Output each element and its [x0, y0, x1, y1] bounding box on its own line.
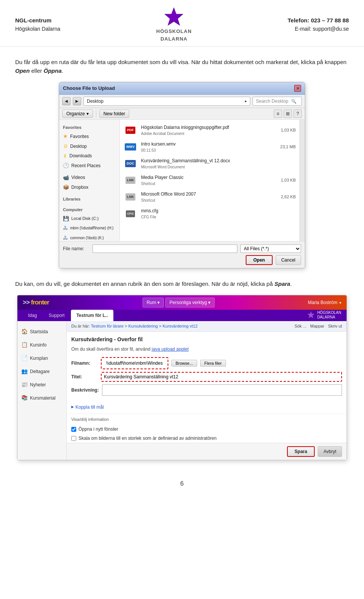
file-item[interactable]: DOC Kursvärdering_Sammanställning_vt 12.… [120, 155, 300, 172]
fronter-topbar: >> fronter Rum ▾ Personliga verktyg ▾ Ma… [17, 295, 347, 310]
videos-icon: 📹 [63, 174, 69, 182]
organize-arrow-icon: ▾ [86, 111, 89, 116]
breadcrumb-link-kursvardering[interactable]: Kursvärdering vt12 [163, 324, 198, 328]
file-info: Microsoft Office Word 2007 Shortcut [141, 191, 269, 203]
form-description-row: Beskrivning: [71, 384, 342, 396]
breadcrumb-mappar[interactable]: Mappar [310, 323, 324, 329]
view-btn-2[interactable]: ⊞ [284, 110, 292, 118]
search-box[interactable]: Search Desktop 🔍 [253, 97, 302, 106]
view-btn-1[interactable]: ≡ [274, 110, 282, 118]
school-star-icon [307, 311, 315, 319]
breadcrumb-sok[interactable]: Sök ... [295, 323, 306, 329]
file-item[interactable]: LNK Microsoft Office Word 2007 Shortcut … [120, 189, 300, 205]
browse-button[interactable]: Browse... [171, 360, 197, 367]
fronter-left-sidebar: 🏠 Startsida 📋 Kursinfo 📄 Kursplan 👥 Delt… [17, 321, 67, 460]
organize-button[interactable]: Organize ▾ [62, 110, 93, 118]
help-btn[interactable]: ? [293, 110, 302, 118]
rum-button[interactable]: Rum ▾ [143, 298, 164, 307]
new-folder-button[interactable]: New folder [99, 110, 129, 118]
scrollbar[interactable] [300, 120, 305, 241]
dialog-title: Choose File to Upload [63, 85, 115, 92]
startsida-icon: 🏠 [21, 328, 28, 336]
filename-field[interactable] [104, 359, 165, 367]
address-location[interactable]: Desktop ▸ [83, 97, 250, 106]
tab-testrum[interactable]: Testrum för L.. [71, 310, 113, 321]
fronter-logo: >> fronter [23, 298, 49, 307]
sidebar-item-videos[interactable]: 📹 Videos [59, 173, 119, 183]
back-button[interactable]: ◀ [62, 97, 71, 105]
flera-filer-button[interactable]: Flera filer [200, 360, 226, 367]
file-item[interactable]: CFG mms.cfg CFG File [120, 205, 300, 222]
file-item[interactable]: LNK Media Player Classic Shortcut 1,03 K… [120, 172, 300, 189]
sidebar-item-common[interactable]: 🖧 common (\\bob) (K:) [59, 233, 119, 241]
breadcrumb-skrivut[interactable]: Skriv ut [328, 323, 342, 329]
fronter-action-bar: Spara Avbryt [67, 443, 347, 460]
svg-marker-1 [307, 311, 314, 318]
avbryt-button[interactable]: Avbryt [318, 446, 342, 457]
recent-places-icon: 🕐 [63, 162, 69, 169]
nyheter-icon: 📰 [21, 381, 28, 389]
org-name: NGL-centrum [15, 16, 60, 25]
java-upload-link[interactable]: java upload applet [152, 347, 188, 352]
spara-button[interactable]: Spara [287, 446, 315, 457]
dialog-titlebar: Choose File to Upload ✕ [59, 82, 305, 95]
checkbox-row-1: Öppna i nytt fönster [67, 425, 347, 434]
sidebar-item-deltagare[interactable]: 👥 Deltagare [17, 365, 66, 378]
personliga-verktyg-button[interactable]: Personliga verktyg ▾ [165, 298, 215, 307]
sidebar-item-kursmaterial[interactable]: 📚 Kursmaterial [17, 391, 66, 405]
sidebar-item-local-disk[interactable]: 💾 Local Disk (C:) [59, 214, 119, 224]
oppna-checkbox[interactable] [71, 427, 76, 432]
forward-button[interactable]: ▶ [73, 97, 81, 105]
other-section: 📹 Videos 📦 Dropbox [59, 173, 119, 192]
libraries-section: Libraries [59, 194, 119, 203]
title-input-wrapper [101, 372, 342, 382]
breadcrumb-actions: Sök ... Mappar Skriv ut [295, 323, 342, 329]
file-icon-word: DOC [124, 157, 137, 171]
file-info: Kursvärdering_Sammanställning_vt 12.docx… [141, 157, 269, 170]
dialog-main-area: Favorites ★ Favorites 🖥 Desktop ⬇ Downlo… [59, 120, 305, 241]
kursinfo-icon: 📋 [21, 341, 28, 349]
sidebar-item-kursplan[interactable]: 📄 Kursplan [17, 351, 66, 365]
fronter-main-panel: Du är här: Testrum för lärare > Kursutvä… [67, 321, 347, 460]
file-info: Högskolan Dalarna inloggningsuppgifter.p… [141, 124, 269, 136]
open-button[interactable]: Open [246, 255, 273, 265]
tab-support[interactable]: Support [43, 310, 70, 321]
file-item[interactable]: WMV Intro kursen.wmv 00:11:53 23,1 MB [120, 139, 300, 155]
logo-text: HÖGSKOLAN DALARNA [156, 28, 192, 42]
koppla-section-header[interactable]: Koppla till mål [67, 402, 347, 412]
sidebar-item-desktop[interactable]: 🖥 Desktop [59, 141, 119, 151]
skala-checkbox[interactable] [71, 436, 76, 441]
breadcrumb-link-kursutv[interactable]: Kursutvärdering [129, 324, 158, 328]
sidebar-item-downloads[interactable]: ⬇ Downloads [59, 151, 119, 161]
description-textarea[interactable] [102, 384, 342, 396]
filename-input[interactable] [93, 245, 237, 253]
deltagare-icon: 👥 [21, 367, 28, 375]
sidebar-item-dropbox[interactable]: 📦 Dropbox [59, 182, 119, 192]
school-name-logo: HÖGSKOLAN DALARNA [317, 310, 341, 320]
dialog-addressbar: ◀ ▶ Desktop ▸ Search Desktop 🔍 [59, 95, 305, 108]
sidebar-item-favorites[interactable]: ★ Favorites [59, 131, 119, 141]
sidebar-item-recent-places[interactable]: 🕐 Recent Places [59, 161, 119, 171]
computer-header: Computer [59, 205, 119, 214]
visa-dolj-label: Visa/dölj information [67, 414, 347, 425]
fronter-content-area: 🏠 Startsida 📋 Kursinfo 📄 Kursplan 👥 Delt… [17, 321, 347, 460]
sidebar-item-kursinfo[interactable]: 📋 Kursinfo [17, 338, 66, 351]
kursplan-icon: 📄 [21, 354, 28, 362]
file-info: Intro kursen.wmv 00:11:53 [141, 141, 269, 153]
toolbar-separator [96, 110, 96, 118]
sidebar-item-nyheter[interactable]: 📰 Nyheter [17, 378, 66, 391]
sidebar-item-mbm[interactable]: 🖧 mbm (\\dustaff\home) (H:) [59, 223, 119, 233]
filetype-select[interactable]: All Files (*.*) [240, 245, 301, 253]
cancel-button[interactable]: Cancel [276, 255, 301, 265]
location-chevron: ▸ [245, 98, 247, 104]
user-arrow-icon: ▾ [339, 300, 341, 306]
title-input[interactable] [102, 373, 340, 380]
filnamn-label: Filnamn: [71, 360, 98, 367]
breadcrumb-link-testrum[interactable]: Testrum för lärare [91, 324, 124, 328]
file-item[interactable]: PDF Högskolan Dalarna inloggningsuppgift… [120, 122, 300, 139]
tab-idag[interactable]: Idag [23, 310, 42, 321]
sidebar-item-startsida[interactable]: 🏠 Startsida [17, 325, 66, 338]
fronter-user[interactable]: Maria Boström ▾ [308, 299, 341, 306]
dialog-action-buttons: Open Cancel [63, 255, 301, 265]
dialog-close-button[interactable]: ✕ [294, 85, 301, 92]
